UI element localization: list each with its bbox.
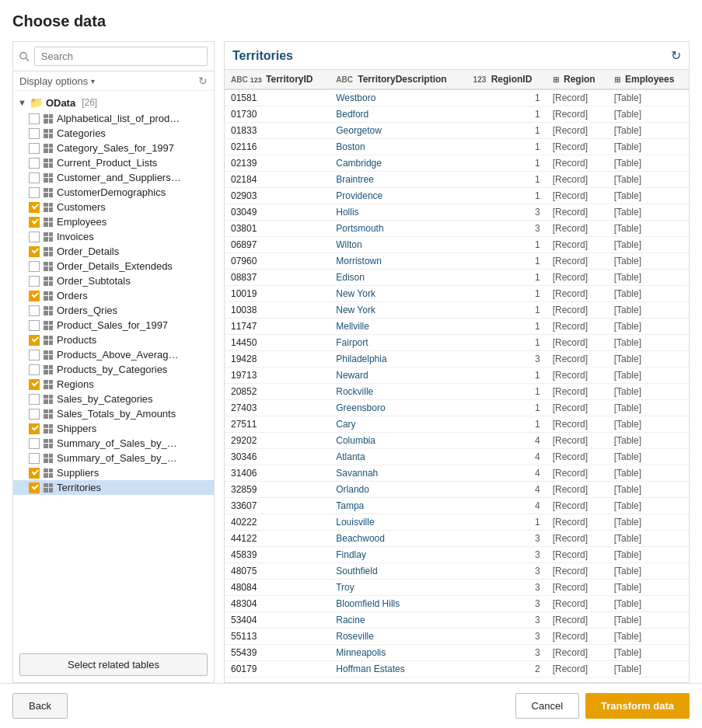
odata-group-header[interactable]: ▼ 📁 OData [26] bbox=[13, 94, 214, 111]
checkbox-alphabetical[interactable] bbox=[29, 113, 40, 124]
checkbox-customers[interactable] bbox=[29, 202, 40, 213]
search-input[interactable] bbox=[34, 47, 208, 66]
tree-item-summary_years[interactable]: Summary_of_Sales_by_Years bbox=[13, 451, 214, 465]
table-row[interactable]: 01730Bedford1[Record][Table] bbox=[225, 106, 689, 123]
table-row[interactable]: 10038New York1[Record][Table] bbox=[225, 302, 689, 319]
checkbox-products[interactable] bbox=[29, 335, 40, 346]
table-row[interactable]: 48084Troy3[Record][Table] bbox=[225, 580, 689, 596]
tree-item-sales_by_cat[interactable]: Sales_by_Categories bbox=[13, 392, 214, 406]
table-row[interactable]: 27511Cary1[Record][Table] bbox=[225, 416, 689, 433]
tree-item-product_sales[interactable]: Product_Sales_for_1997 bbox=[13, 318, 214, 333]
table-row[interactable]: 08837Edison1[Record][Table] bbox=[225, 270, 689, 286]
tree-item-customer_demo[interactable]: CustomerDemographics bbox=[13, 185, 214, 200]
tree-item-order_subtotals[interactable]: Order_Subtotals bbox=[13, 273, 214, 288]
tree-item-category_sales[interactable]: Category_Sales_for_1997 bbox=[13, 141, 214, 155]
checkbox-summary_qua[interactable] bbox=[29, 438, 40, 449]
table-row[interactable]: 06897Wilton1[Record][Table] bbox=[225, 237, 689, 253]
table-row[interactable]: 01833Georgetow1[Record][Table] bbox=[225, 123, 689, 139]
table-row[interactable]: 14450Fairport1[Record][Table] bbox=[225, 335, 689, 351]
table-row[interactable]: 48075Southfield3[Record][Table] bbox=[225, 563, 689, 580]
tree-item-employees[interactable]: Employees bbox=[13, 214, 214, 229]
table-row[interactable]: 02139Cambridge1[Record][Table] bbox=[225, 155, 689, 172]
tree-item-categories[interactable]: Categories bbox=[13, 126, 214, 141]
checkbox-products_by_cat[interactable] bbox=[29, 364, 40, 375]
table-row[interactable]: 03049Hollis3[Record][Table] bbox=[225, 204, 689, 221]
checkbox-regions[interactable] bbox=[29, 379, 40, 390]
tree-item-customer_suppliers[interactable]: Customer_and_Suppliers_b... bbox=[13, 170, 214, 185]
tree-item-order_details[interactable]: Order_Details bbox=[13, 244, 214, 259]
refresh-icon[interactable]: ↻ bbox=[198, 75, 208, 87]
table-row[interactable]: 03801Portsmouth3[Record][Table] bbox=[225, 221, 689, 237]
tree-item-products_by_cat[interactable]: Products_by_Categories bbox=[13, 362, 214, 377]
tree-item-regions[interactable]: Regions bbox=[13, 377, 214, 392]
table-row[interactable]: 19428Philadelphia3[Record][Table] bbox=[225, 351, 689, 367]
tree-item-products[interactable]: Products bbox=[13, 333, 214, 347]
tree-item-products_above[interactable]: Products_Above_Average_P... bbox=[13, 347, 214, 362]
table-row[interactable]: 60179Hoffman Estates2[Record][Table] bbox=[225, 661, 689, 677]
table-row[interactable]: 45839Findlay3[Record][Table] bbox=[225, 547, 689, 563]
checkbox-categories[interactable] bbox=[29, 128, 40, 139]
table-row[interactable]: 30346Atlanta4[Record][Table] bbox=[225, 449, 689, 465]
tree-item-shippers[interactable]: Shippers bbox=[13, 421, 214, 436]
checkbox-sales_totals[interactable] bbox=[29, 409, 40, 420]
checkbox-orders_qries[interactable] bbox=[29, 305, 40, 316]
checkbox-shippers[interactable] bbox=[29, 423, 40, 434]
back-button[interactable]: Back bbox=[12, 693, 68, 719]
table-refresh-icon[interactable]: ↻ bbox=[671, 48, 681, 63]
table-row[interactable]: 29202Columbia4[Record][Table] bbox=[225, 433, 689, 449]
checkbox-invoices[interactable] bbox=[29, 232, 40, 242]
table-row[interactable]: 02903Providence1[Record][Table] bbox=[225, 188, 689, 204]
table-row[interactable]: 02184Braintree1[Record][Table] bbox=[225, 172, 689, 188]
table-row[interactable]: 20852Rockville1[Record][Table] bbox=[225, 384, 689, 400]
table-row[interactable]: 48304Bloomfield Hills3[Record][Table] bbox=[225, 596, 689, 612]
table-row[interactable]: 01581Westboro1[Record][Table] bbox=[225, 89, 689, 106]
cell-employees: [Table] bbox=[608, 351, 689, 367]
checkbox-suppliers[interactable] bbox=[29, 468, 40, 479]
table-row[interactable]: 10019New York1[Record][Table] bbox=[225, 286, 689, 302]
checkbox-order_details_ext[interactable] bbox=[29, 261, 40, 272]
checkbox-orders[interactable] bbox=[29, 291, 40, 301]
table-row[interactable]: 44122Beachwood3[Record][Table] bbox=[225, 531, 689, 547]
table-row[interactable]: 11747Mellville1[Record][Table] bbox=[225, 319, 689, 335]
select-related-button[interactable]: Select related tables bbox=[19, 653, 208, 676]
table-row[interactable]: 27403Greensboro1[Record][Table] bbox=[225, 400, 689, 416]
transform-data-button[interactable]: Transform data bbox=[585, 693, 690, 719]
tree-item-current_product[interactable]: Current_Product_Lists bbox=[13, 155, 214, 170]
checkbox-territories[interactable] bbox=[29, 482, 40, 493]
table-row[interactable]: 02116Boston1[Record][Table] bbox=[225, 139, 689, 155]
tree-item-sales_totals[interactable]: Sales_Totals_by_Amounts bbox=[13, 406, 214, 421]
tree-item-customers[interactable]: Customers bbox=[13, 200, 214, 214]
checkbox-products_above[interactable] bbox=[29, 350, 40, 361]
tree-item-summary_qua[interactable]: Summary_of_Sales_by_Qua... bbox=[13, 436, 214, 451]
territories-table: ABC123 TerritoryID ABC TerritoryDescript… bbox=[225, 70, 689, 677]
checkbox-customer_demo[interactable] bbox=[29, 187, 40, 198]
checkbox-order_details[interactable] bbox=[29, 246, 40, 257]
tree-item-orders_qries[interactable]: Orders_Qries bbox=[13, 303, 214, 318]
tree-item-suppliers[interactable]: Suppliers bbox=[13, 465, 214, 480]
table-row[interactable]: 53404Racine3[Record][Table] bbox=[225, 612, 689, 629]
checkbox-employees[interactable] bbox=[29, 217, 40, 228]
checkbox-customer_suppliers[interactable] bbox=[29, 172, 40, 183]
table-row[interactable]: 19713Neward1[Record][Table] bbox=[225, 367, 689, 384]
checkbox-sales_by_cat[interactable] bbox=[29, 394, 40, 405]
table-row[interactable]: 55439Minneapolis3[Record][Table] bbox=[225, 645, 689, 661]
tree-item-invoices[interactable]: Invoices bbox=[13, 229, 214, 244]
data-table[interactable]: ABC123 TerritoryID ABC TerritoryDescript… bbox=[225, 70, 689, 682]
table-row[interactable]: 07960Morristown1[Record][Table] bbox=[225, 253, 689, 270]
cancel-button[interactable]: Cancel bbox=[515, 693, 579, 719]
table-row[interactable]: 31406Savannah4[Record][Table] bbox=[225, 465, 689, 482]
table-row[interactable]: 55113Roseville3[Record][Table] bbox=[225, 629, 689, 645]
display-options-button[interactable]: Display options ▾ bbox=[19, 75, 95, 87]
checkbox-order_subtotals[interactable] bbox=[29, 276, 40, 287]
tree-item-orders[interactable]: Orders bbox=[13, 288, 214, 303]
checkbox-summary_years[interactable] bbox=[29, 453, 40, 464]
checkbox-product_sales[interactable] bbox=[29, 320, 40, 331]
table-row[interactable]: 32859Orlando4[Record][Table] bbox=[225, 482, 689, 498]
tree-item-alphabetical[interactable]: Alphabetical_list_of_products bbox=[13, 111, 214, 126]
table-row[interactable]: 40222Louisville1[Record][Table] bbox=[225, 514, 689, 531]
checkbox-category_sales[interactable] bbox=[29, 143, 40, 154]
tree-item-order_details_ext[interactable]: Order_Details_Extendeds bbox=[13, 259, 214, 273]
tree-item-territories[interactable]: Territories bbox=[13, 480, 214, 495]
table-row[interactable]: 33607Tampa4[Record][Table] bbox=[225, 498, 689, 514]
checkbox-current_product[interactable] bbox=[29, 158, 40, 169]
